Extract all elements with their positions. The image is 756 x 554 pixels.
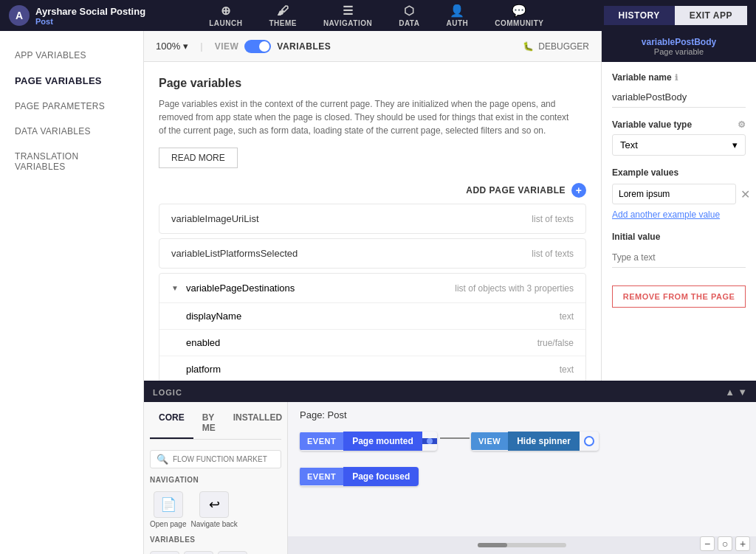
nav-item-theme-label: THEME	[269, 19, 297, 27]
navigation-icon: ☰	[343, 4, 354, 18]
variable-row-imageUriList[interactable]: variableImageUriList list of texts	[159, 204, 586, 234]
debugger-button[interactable]: 🐛 DEBUGGER	[523, 41, 589, 52]
sidebar-item-page-variables[interactable]: PAGE VARIABLES	[0, 68, 143, 94]
node-connector-1	[422, 438, 437, 444]
logic-func-navigate-back[interactable]: ↩ Navigate back	[191, 491, 238, 528]
node-trigger-label-2: Page focused	[343, 467, 419, 486]
remove-example-icon[interactable]: ✕	[740, 187, 750, 201]
logic-arrows[interactable]: ▲ ▼	[725, 387, 747, 398]
nav-item-data-label: DATA	[399, 19, 419, 27]
var-type-pageDestinations: list of objects with 3 properties	[455, 283, 574, 294]
open-page-label: Open page	[150, 520, 187, 528]
add-example-link[interactable]: Add another example value	[612, 209, 746, 220]
history-button[interactable]: HISTORY	[604, 6, 675, 25]
nav-item-theme[interactable]: 🖌 THEME	[255, 4, 310, 27]
zoom-plus-button[interactable]: +	[735, 536, 750, 551]
nav-item-auth[interactable]: 👤 AUTH	[433, 4, 481, 27]
node-trigger-label-1: Page mounted	[343, 432, 422, 451]
open-page-icon: 📄	[154, 491, 183, 518]
var-row-header-pageDestinations[interactable]: ▼ variablePageDestinations list of objec…	[159, 274, 585, 302]
nav-item-launch-label: LAUNCH	[209, 19, 242, 27]
var-child-enabled[interactable]: enabled true/false	[159, 330, 585, 356]
logic-body: CORE BY ME INSTALLED 🔍 NAVIGATION 📄 Open…	[144, 402, 756, 554]
view-toggle: VIEW VARIABLES	[215, 40, 331, 53]
logic-navigation-label: NAVIGATION	[150, 473, 281, 487]
var-type-imageUriList: list of texts	[532, 214, 574, 224]
nav-item-launch[interactable]: ⊕ LAUNCH	[196, 4, 255, 27]
right-panel-var-name[interactable]: variablePostBody	[611, 37, 747, 47]
view-variables-toggle[interactable]	[244, 40, 271, 53]
right-panel: variablePostBody Page variable Variable …	[601, 31, 756, 381]
logic-node-page-mounted[interactable]: EVENT Page mounted	[300, 432, 437, 451]
logic-node-hide-spinner[interactable]: VIEW Hide spinner	[471, 432, 599, 451]
exit-app-button[interactable]: EXIT APP	[675, 6, 747, 25]
app-title: Ayrshare Social Posting	[35, 6, 145, 17]
logic-tab-core[interactable]: CORE	[150, 408, 193, 439]
add-variable-bar[interactable]: ADD PAGE VARIABLE +	[159, 183, 586, 198]
panel-title: Page variables	[159, 77, 586, 90]
sidebar-item-data-variables[interactable]: DATA VARIABLES	[0, 119, 143, 144]
example-values-title: Example values	[612, 167, 746, 178]
right-panel-var-type: Page variable	[611, 47, 747, 56]
sidebar-item-page-parameters[interactable]: PAGE PARAMETERS	[0, 94, 143, 119]
type-select-chevron-icon: ▾	[732, 139, 738, 150]
field-section-examples: Example values ✕ Add another example val…	[612, 167, 746, 220]
logic-node-page-focused[interactable]: EVENT Page focused	[300, 467, 419, 486]
type-settings-icon[interactable]: ⚙	[738, 120, 746, 130]
var-child-type-displayName: text	[560, 311, 574, 322]
example-value-input-1[interactable]	[612, 184, 736, 204]
variable-row-pageDestinations[interactable]: ▼ variablePageDestinations list of objec…	[159, 273, 586, 381]
nav-item-community-label: COMMUNITY	[495, 19, 543, 27]
nav-item-auth-label: AUTH	[446, 19, 468, 27]
field-label-name: Variable name ℹ	[612, 72, 746, 83]
field-section-initial-value: Initial value	[612, 232, 746, 268]
logic-tab-installed[interactable]: INSTALLED	[224, 408, 291, 439]
logic-tab-by-me[interactable]: BY ME	[193, 408, 224, 439]
launch-icon: ⊕	[221, 4, 231, 18]
var-child-platform[interactable]: platform text	[159, 356, 585, 381]
zoom-control[interactable]: 100% ▾	[156, 41, 188, 52]
read-more-button[interactable]: READ MORE	[159, 148, 238, 168]
zoom-value: 100%	[156, 41, 180, 52]
field-section-name: Variable name ℹ variablePostBody	[612, 72, 746, 108]
initial-value-input[interactable]	[612, 248, 746, 268]
sidebar-item-translation-variables[interactable]: TRANSLATION VARIABLES	[0, 144, 143, 179]
variables-panel: Page variables Page variables exist in t…	[144, 62, 601, 381]
scrollbar-track	[478, 543, 566, 547]
sidebar-item-app-variables[interactable]: APP VARIABLES	[0, 43, 143, 68]
nav-item-navigation-label: NAVIGATION	[323, 19, 372, 27]
add-variable-icon: +	[571, 183, 586, 198]
search-icon: 🔍	[157, 454, 168, 465]
var-func-icon-2[interactable]: {}	[184, 551, 213, 554]
logic-func-open-page[interactable]: 📄 Open page	[150, 491, 187, 528]
nav-item-navigation[interactable]: ☰ NAVIGATION	[310, 4, 385, 27]
top-nav: A Ayrshare Social Posting Post ⊕ LAUNCH …	[0, 0, 756, 31]
debugger-label: DEBUGGER	[538, 41, 589, 52]
var-func-icon-3[interactable]: {}	[218, 551, 247, 554]
logic-search-input[interactable]	[173, 455, 275, 463]
logic-title: LOGIC	[153, 388, 182, 397]
type-select[interactable]: Text ▾	[612, 134, 746, 156]
logic-variables-label: VARIABLES	[150, 533, 281, 547]
zoom-chevron-icon: ▾	[183, 41, 188, 52]
logic-nav-functions: 📄 Open page ↩ Navigate back	[150, 491, 281, 528]
app-subtitle[interactable]: Post	[35, 17, 145, 26]
scrollbar-thumb[interactable]	[478, 543, 507, 547]
node-arrow-1	[440, 437, 470, 439]
nav-item-community[interactable]: 💬 COMMUNITY	[481, 4, 557, 27]
zoom-reset-button[interactable]: ○	[718, 536, 732, 551]
initial-value-title: Initial value	[612, 232, 746, 242]
var-func-icon-1[interactable]: {}	[150, 551, 179, 554]
var-child-type-platform: text	[560, 364, 574, 375]
variable-row-listPlatformsSelected[interactable]: variableListPlatformsSelected list of te…	[159, 238, 586, 269]
remove-from-page-button[interactable]: REMOVE FROM THE PAGE	[612, 285, 746, 308]
var-child-displayName[interactable]: displayName text	[159, 303, 585, 330]
data-icon: ⬡	[404, 4, 415, 18]
logic-left-panel: CORE BY ME INSTALLED 🔍 NAVIGATION 📄 Open…	[144, 402, 288, 554]
example-value-row-1: ✕	[612, 184, 746, 204]
logic-arrow-down-icon: ▼	[738, 387, 747, 398]
logic-arrow-up-icon: ▲	[725, 387, 735, 398]
nav-item-data[interactable]: ⬡ DATA	[385, 4, 433, 27]
zoom-minus-button[interactable]: −	[700, 536, 715, 551]
logic-page-label: Page: Post	[300, 409, 347, 420]
